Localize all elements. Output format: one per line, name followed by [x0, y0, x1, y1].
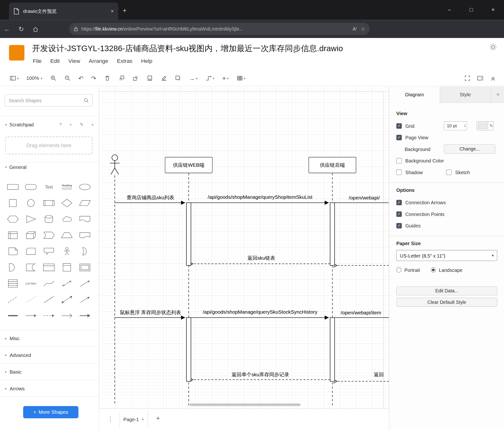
shape-actor-icon[interactable]	[58, 243, 76, 259]
section-misc[interactable]: ▸ Misc	[0, 330, 99, 347]
insert-icon[interactable]: +▾	[222, 75, 229, 82]
format-panel-toggle-icon[interactable]	[477, 75, 484, 82]
edit-data-button[interactable]: Edit Data...	[396, 286, 497, 296]
diagram-canvas[interactable]: 供应链WEB端 供应链后端 查询店铺商品sku列表 /api/goods/sho…	[99, 86, 389, 409]
shape-filled-arrow-icon[interactable]	[76, 308, 94, 324]
grid-checkbox[interactable]	[396, 123, 402, 129]
search-shapes-input[interactable]	[8, 97, 84, 103]
redo-icon[interactable]: ↷	[91, 75, 96, 82]
line-color-icon[interactable]	[161, 75, 167, 82]
shape-open-arrow-icon[interactable]	[58, 308, 76, 324]
shape-callout-icon[interactable]	[40, 243, 58, 259]
landscape-radio[interactable]	[431, 267, 436, 272]
close-panel-icon[interactable]: ×	[492, 91, 504, 98]
shape-square-icon[interactable]	[4, 195, 22, 211]
waypoints-icon[interactable]: ▾	[205, 75, 214, 82]
participant-web-box[interactable]: 供应链WEB端	[165, 157, 212, 173]
web-activation-2[interactable]	[186, 318, 191, 381]
shadow-checkbox[interactable]	[396, 169, 402, 175]
close-tab-icon[interactable]: ×	[111, 8, 114, 14]
web-activation-1[interactable]	[186, 203, 191, 266]
shape-text-icon[interactable]: Text	[40, 179, 58, 195]
zoom-level-select[interactable]: 100%▾	[26, 75, 42, 81]
canvas-horizontal-scrollbar[interactable]	[190, 403, 301, 406]
zoom-in-icon[interactable]	[50, 75, 57, 82]
shape-frame-icon[interactable]	[76, 259, 94, 275]
section-arrows[interactable]: ▸ Arrows	[0, 380, 99, 397]
shape-hexagon-icon[interactable]	[4, 211, 22, 227]
section-basic[interactable]: ▸ Basic	[0, 363, 99, 380]
shape-cylinder-icon[interactable]	[40, 211, 58, 227]
backend-activation-1[interactable]	[330, 203, 334, 266]
clear-default-style-button[interactable]: Clear Default Style	[396, 298, 497, 307]
shape-vertical-container-icon[interactable]	[58, 259, 76, 275]
fullscreen-icon[interactable]	[464, 75, 471, 82]
shape-data-storage-icon[interactable]	[22, 259, 40, 275]
message-label-hover-sync[interactable]: 鼠标悬浮 库存同步状态列表	[120, 309, 181, 316]
grid-color-swatch[interactable]: ✎	[477, 121, 494, 131]
guides-checkbox[interactable]	[396, 223, 402, 228]
add-page-button[interactable]: +	[156, 415, 160, 422]
shape-cloud-icon[interactable]	[58, 211, 76, 227]
connection-arrows-checkbox[interactable]	[396, 200, 402, 205]
shape-line-icon[interactable]	[40, 291, 58, 308]
minimize-window-icon[interactable]: –	[438, 7, 460, 13]
pages-menu-icon[interactable]: ⋮	[107, 415, 114, 423]
shape-process-icon[interactable]	[40, 195, 58, 211]
shape-circle-icon[interactable]	[22, 195, 40, 211]
shape-curve-icon[interactable]	[40, 275, 58, 291]
chevron-down-icon[interactable]: ▾	[5, 123, 7, 126]
shape-note-icon[interactable]	[4, 243, 22, 259]
shape-dashed-line-icon[interactable]	[4, 291, 22, 308]
shape-tape-icon[interactable]	[76, 227, 94, 243]
bookmark-star-icon[interactable]: ☆	[361, 26, 365, 32]
tab-diagram[interactable]: Diagram	[389, 86, 440, 103]
shape-double-arrow-icon[interactable]	[58, 291, 76, 308]
fill-color-icon[interactable]	[146, 75, 153, 82]
maximize-window-icon[interactable]: □	[460, 7, 482, 13]
stepper-icons[interactable]: ▴▾	[464, 124, 466, 128]
shape-card-icon[interactable]	[22, 243, 40, 259]
menu-help[interactable]: Help	[141, 58, 152, 64]
tab-style[interactable]: Style	[440, 86, 491, 103]
theme-toggle-sun-icon[interactable]	[489, 43, 497, 51]
to-back-icon[interactable]	[132, 75, 139, 82]
shape-ellipse-icon[interactable]	[76, 179, 94, 195]
connection-style-icon[interactable]: →▾	[189, 75, 197, 82]
shape-cube-icon[interactable]	[22, 227, 40, 243]
message-label-open-webapi-item[interactable]: /open/webapi/item	[341, 310, 381, 316]
shape-bidirectional-arrow-icon[interactable]	[58, 275, 76, 291]
shape-container-icon[interactable]	[40, 259, 58, 275]
shape-rectangle-icon[interactable]	[4, 179, 22, 195]
address-bar[interactable]: https://file.kkview.cn/onlinePreview?url…	[69, 23, 370, 35]
change-background-button[interactable]: Change...	[444, 144, 495, 154]
close-window-icon[interactable]: ×	[482, 7, 504, 13]
message-label-api-sync-history[interactable]: /api/goods/shopManage/querySkuStockSyncH…	[203, 309, 317, 315]
read-aloud-icon[interactable]: A⁾	[352, 26, 357, 32]
shape-list-icon[interactable]	[4, 275, 22, 291]
message-label-return-single[interactable]: 返回单个sku库存同步记录	[232, 371, 289, 378]
scratchpad-drop-area[interactable]: Drag elements here	[5, 136, 93, 154]
actor-icon[interactable]	[110, 155, 120, 174]
more-shapes-button[interactable]: + More Shapes	[23, 406, 79, 418]
shape-arrow-icon[interactable]	[76, 291, 94, 308]
background-color-checkbox[interactable]	[396, 158, 402, 163]
shape-internal-storage-icon[interactable]	[4, 227, 22, 243]
participant-backend-box[interactable]: 供应链后端	[309, 157, 356, 173]
message-label-return-sku-list[interactable]: 返回sku链表	[247, 255, 275, 262]
shape-triangle-icon[interactable]	[22, 211, 40, 227]
message-label-query-list[interactable]: 查询店铺商品sku列表	[127, 195, 174, 201]
shape-solid-arrow-icon[interactable]	[22, 308, 40, 324]
back-icon[interactable]: ←	[0, 25, 14, 33]
connection-points-checkbox[interactable]	[396, 211, 402, 217]
shape-dotted-line-icon[interactable]	[22, 291, 40, 308]
grid-size-input[interactable]: 10 pt ▴▾	[444, 121, 467, 131]
message-label-return-partial[interactable]: 返回	[374, 371, 384, 378]
scratchpad-help-icon[interactable]: ?	[59, 122, 62, 127]
shape-or-icon[interactable]	[76, 243, 94, 259]
home-icon[interactable]	[28, 25, 43, 33]
delete-icon[interactable]	[104, 75, 110, 82]
portrait-radio[interactable]	[396, 267, 402, 272]
collapse-icon[interactable]	[490, 75, 496, 82]
undo-icon[interactable]: ↶	[78, 75, 83, 82]
